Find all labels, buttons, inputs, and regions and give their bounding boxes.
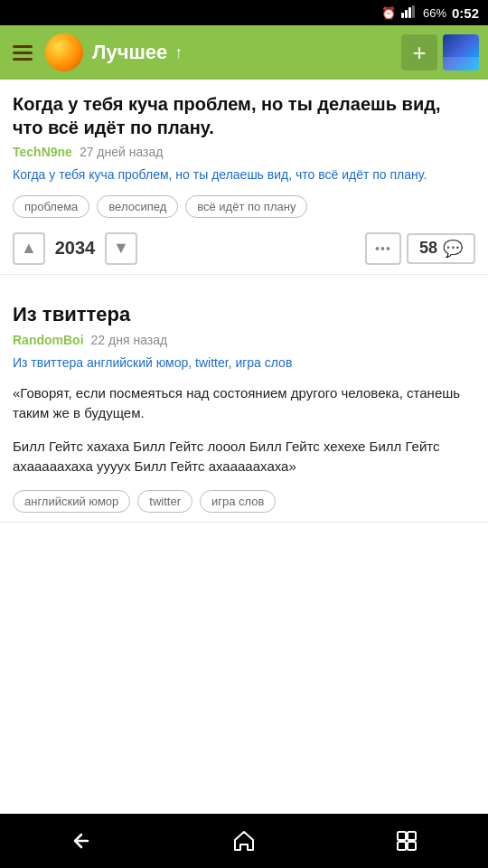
signal-icon bbox=[401, 5, 418, 21]
tag-item[interactable]: twitter bbox=[137, 490, 192, 513]
clock-time: 0:52 bbox=[452, 5, 479, 21]
more-options-button[interactable]: ••• bbox=[365, 232, 401, 265]
vote-section: ▲ 2034 ▼ bbox=[13, 232, 137, 265]
post-tags: проблема велосипед всё идёт по плану bbox=[13, 195, 475, 218]
comment-icon: 💬 bbox=[443, 239, 463, 259]
post-meta: RandomBoi 22 дня назад bbox=[13, 333, 475, 347]
tag-item[interactable]: игра слов bbox=[200, 490, 276, 513]
comments-button[interactable]: 58 💬 bbox=[407, 233, 475, 264]
downvote-button[interactable]: ▼ bbox=[105, 232, 137, 265]
svg-rect-4 bbox=[398, 832, 406, 840]
status-bar: ⏰ 66% 0:52 bbox=[0, 0, 488, 25]
header-title: Лучшее ↑ bbox=[92, 41, 392, 64]
content-area: Когда у тебя куча проблем, но ты делаешь… bbox=[0, 80, 488, 814]
post-author[interactable]: TechN9ne bbox=[13, 145, 72, 159]
app-logo bbox=[45, 33, 83, 71]
post-item: Из твиттера RandomBoi 22 дня назад Из тв… bbox=[0, 275, 488, 523]
svg-rect-1 bbox=[405, 10, 408, 18]
tag-item[interactable]: велосипед bbox=[97, 195, 178, 218]
vote-count: 2034 bbox=[52, 238, 98, 259]
back-button[interactable] bbox=[54, 818, 108, 863]
post-actions: ▲ 2034 ▼ ••• 58 💬 bbox=[13, 227, 475, 274]
post-tags: английский юмор twitter игра слов bbox=[13, 490, 475, 513]
tag-item[interactable]: английский юмор bbox=[13, 490, 130, 513]
post-time: 22 дня назад bbox=[91, 333, 168, 347]
sort-arrow-icon[interactable]: ↑ bbox=[174, 43, 183, 62]
post-link[interactable]: Когда у тебя куча проблем, но ты делаешь… bbox=[13, 166, 475, 184]
header-actions: + bbox=[401, 34, 479, 71]
post-body-1: «Говорят, если посмеяться над состоянием… bbox=[13, 383, 475, 424]
post-time: 27 дней назад bbox=[80, 145, 164, 159]
upvote-button[interactable]: ▲ bbox=[13, 232, 45, 265]
post-title: Когда у тебя куча проблем, но ты делаешь… bbox=[13, 92, 475, 139]
comment-count: 58 bbox=[419, 239, 437, 258]
svg-rect-7 bbox=[408, 842, 416, 850]
tag-item[interactable]: всё идёт по плану bbox=[185, 195, 307, 218]
post-link[interactable]: Из твиттера английский юмор, twitter, иг… bbox=[13, 354, 475, 373]
post-author[interactable]: RandomBoi bbox=[13, 333, 84, 347]
post-meta: TechN9ne 27 дней назад bbox=[13, 145, 475, 159]
user-avatar[interactable] bbox=[443, 34, 479, 71]
svg-rect-5 bbox=[408, 832, 416, 840]
home-button[interactable] bbox=[217, 818, 271, 863]
header: Лучшее ↑ + bbox=[0, 25, 488, 80]
svg-rect-2 bbox=[408, 7, 411, 18]
menu-button[interactable] bbox=[9, 42, 36, 64]
tag-item[interactable]: проблема bbox=[13, 195, 89, 218]
post-body-2: Билл Гейтс хахаха Билл Гейтс лооол Билл … bbox=[13, 437, 475, 477]
bottom-navigation bbox=[0, 814, 488, 868]
alarm-icon: ⏰ bbox=[381, 6, 396, 20]
windows-button[interactable] bbox=[380, 818, 434, 863]
post-title: Из твиттера bbox=[13, 302, 475, 328]
post-item: Когда у тебя куча проблем, но ты делаешь… bbox=[0, 80, 488, 275]
comment-section: ••• 58 💬 bbox=[365, 232, 475, 265]
battery-status: 66% bbox=[423, 6, 446, 20]
add-button[interactable]: + bbox=[401, 34, 437, 71]
svg-rect-0 bbox=[401, 13, 404, 18]
svg-rect-6 bbox=[398, 842, 406, 850]
svg-rect-3 bbox=[412, 5, 415, 18]
